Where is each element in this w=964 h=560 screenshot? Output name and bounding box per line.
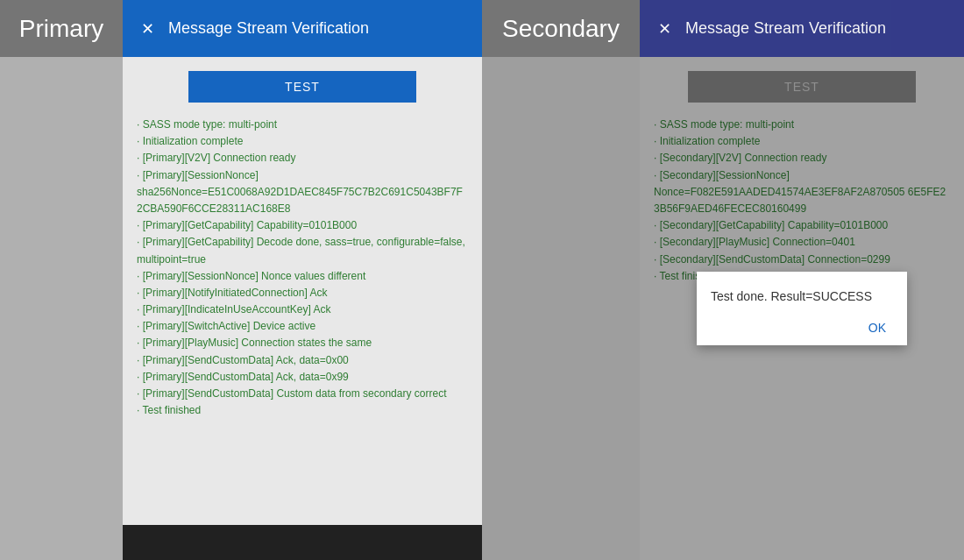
left-close-button[interactable]: ✕ [137, 18, 158, 39]
alert-actions: OK [711, 317, 893, 338]
left-dialog-header: ✕ Message Stream Verification [123, 0, 482, 57]
alert-overlay: Test done. Result=SUCCESS OK [640, 57, 964, 560]
left-log-text: · SASS mode type: multi-point · Initiali… [137, 117, 468, 419]
left-test-button[interactable]: TEST [188, 71, 416, 103]
right-dialog-header: ✕ Message Stream Verification [640, 0, 964, 57]
right-dialog-title: Message Stream Verification [685, 19, 886, 38]
right-dialog-content: TEST · SASS mode type: multi-point · Ini… [640, 57, 964, 560]
left-dialog: ✕ Message Stream Verification TEST · SAS… [123, 0, 482, 560]
left-dialog-content: TEST · SASS mode type: multi-point · Ini… [123, 57, 482, 525]
left-dialog-title: Message Stream Verification [168, 19, 369, 38]
right-panel: Secondary ✕ Message Stream Verification … [482, 0, 964, 560]
right-close-button[interactable]: ✕ [654, 18, 675, 39]
alert-box: Test done. Result=SUCCESS OK [697, 272, 907, 345]
left-bottom-bar [123, 525, 482, 560]
primary-label: Primary [19, 15, 103, 43]
secondary-label: Secondary [502, 15, 620, 43]
left-panel: Primary ✕ Message Stream Verification TE… [0, 0, 482, 560]
left-panel-label: Primary [0, 0, 123, 57]
alert-message: Test done. Result=SUCCESS [711, 289, 893, 303]
right-dialog: ✕ Message Stream Verification TEST · SAS… [640, 0, 964, 560]
alert-ok-button[interactable]: OK [861, 317, 893, 338]
right-panel-label: Secondary [482, 0, 640, 57]
